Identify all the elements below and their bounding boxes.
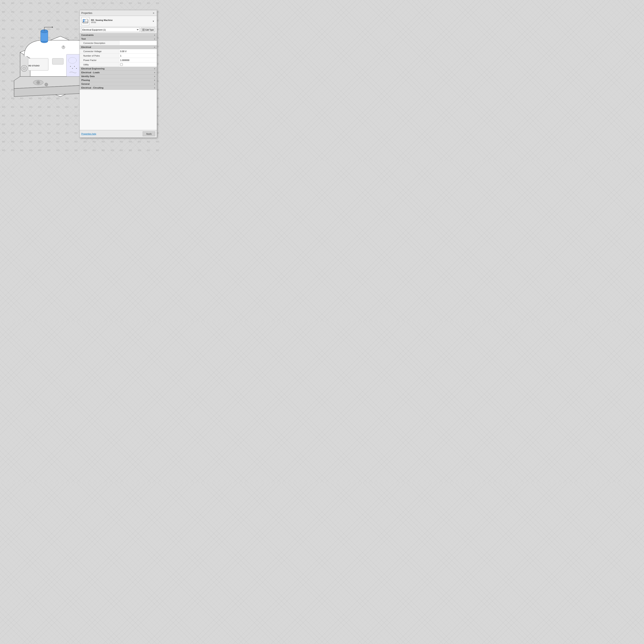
- property-row-utility: Utility: [80, 62, 157, 67]
- property-value-connector-voltage[interactable]: [119, 49, 155, 53]
- collapse-icons-electrical-loads: »: [154, 71, 155, 74]
- component-name: RD_Sewing Machine: [91, 19, 150, 21]
- svg-point-16: [72, 68, 73, 69]
- section-header-electrical-loads[interactable]: Electrical - Loads »: [80, 71, 157, 74]
- svg-point-36: [83, 21, 84, 22]
- property-name-connector-voltage: Connector Voltage: [80, 49, 119, 53]
- properties-table: Constraints » Text « Connector Descripti…: [80, 33, 157, 130]
- svg-rect-40: [142, 30, 143, 31]
- section-label-electrical-circuiting: Electrical - Circuiting: [81, 87, 103, 89]
- close-button[interactable]: ×: [152, 11, 155, 15]
- collapse-icons-general: »: [154, 83, 155, 85]
- property-row-connector-description: Connector Description: [80, 41, 157, 45]
- empty-space: [80, 90, 157, 130]
- section-label-constraints: Constraints: [81, 34, 94, 36]
- svg-rect-37: [83, 19, 85, 21]
- collapse-icons-identity-data: »: [154, 75, 155, 77]
- section-header-phasing[interactable]: Phasing »: [80, 78, 157, 82]
- property-name-number-of-poles: Number of Poles: [80, 54, 119, 58]
- svg-point-25: [38, 82, 39, 83]
- section-label-text: Text: [81, 38, 86, 40]
- section-header-electrical-circuiting[interactable]: Electrical - Circuiting »: [80, 86, 157, 90]
- property-value-utility[interactable]: [119, 62, 155, 67]
- section-header-identity-data[interactable]: Identity Data »: [80, 74, 157, 78]
- component-subname: White: [91, 21, 150, 24]
- section-header-electrical[interactable]: Electrical «: [80, 45, 157, 49]
- connector-voltage-input[interactable]: [120, 50, 154, 53]
- component-icon: [81, 17, 89, 25]
- svg-text:RD STUDIO: RD STUDIO: [28, 65, 40, 67]
- connector-description-input[interactable]: [120, 42, 154, 44]
- power-factor-input[interactable]: [120, 59, 154, 61]
- collapse-icons-electrical-engineering: »: [154, 68, 155, 70]
- section-label-electrical-engineering: Electrical Engineering: [81, 67, 105, 70]
- property-value-number-of-poles[interactable]: [119, 54, 155, 58]
- svg-point-29: [23, 67, 26, 70]
- component-dropdown-button[interactable]: ▼: [152, 19, 155, 23]
- svg-rect-38: [142, 29, 143, 30]
- section-label-identity-data: Identity Data: [81, 75, 95, 77]
- edit-type-icon: [142, 29, 145, 31]
- utility-checkbox[interactable]: [120, 63, 123, 66]
- type-dropdown[interactable]: Electrical Equipment (1): [81, 28, 140, 32]
- panel-title: Properties: [81, 12, 92, 14]
- number-of-poles-input[interactable]: [120, 55, 154, 57]
- section-label-phasing: Phasing: [81, 79, 90, 81]
- property-name-utility: Utility: [80, 62, 119, 67]
- section-label-general: General: [81, 83, 90, 85]
- svg-point-18: [76, 68, 77, 69]
- properties-panel: Properties × RD_Sewing Machine White ▼ E…: [79, 10, 157, 138]
- collapse-icons-electrical-circuiting: »: [154, 87, 155, 89]
- edit-type-label: Edit Type: [145, 29, 154, 31]
- svg-rect-39: [144, 29, 144, 30]
- section-header-constraints[interactable]: Constraints »: [80, 33, 157, 37]
- title-bar: Properties ×: [80, 10, 157, 16]
- section-label-electrical: Electrical: [81, 46, 91, 48]
- property-value-connector-description[interactable]: [119, 41, 155, 45]
- apply-button[interactable]: Apply: [143, 131, 155, 136]
- property-name-connector-description: Connector Description: [80, 41, 119, 45]
- component-header: RD_Sewing Machine White ▼: [80, 16, 157, 27]
- property-row-connector-voltage: Connector Voltage: [80, 49, 157, 54]
- section-header-text[interactable]: Text «: [80, 37, 157, 41]
- svg-point-17: [74, 66, 75, 67]
- collapse-icons-phasing: »: [154, 79, 155, 81]
- collapse-icons-constraints: »: [154, 34, 155, 36]
- collapse-icons-electrical: «: [154, 46, 155, 48]
- property-name-power-factor: Power Factor: [80, 58, 119, 62]
- property-value-power-factor[interactable]: [119, 58, 155, 62]
- svg-rect-12: [28, 58, 48, 70]
- svg-rect-32: [52, 58, 63, 64]
- svg-rect-34: [86, 19, 88, 22]
- type-selector-row: Electrical Equipment (1) Edit Type: [80, 27, 157, 33]
- component-name-area: RD_Sewing Machine White: [91, 19, 150, 24]
- properties-help-link[interactable]: Properties help: [81, 133, 96, 135]
- property-row-number-of-poles: Number of Poles: [80, 54, 157, 58]
- section-header-general[interactable]: General »: [80, 82, 157, 86]
- svg-point-11: [52, 27, 53, 28]
- svg-point-15: [70, 66, 71, 67]
- svg-rect-41: [144, 30, 144, 31]
- property-row-power-factor: Power Factor: [80, 58, 157, 62]
- edit-type-button[interactable]: Edit Type: [141, 28, 155, 32]
- collapse-icons-text: «: [154, 38, 155, 40]
- section-header-electrical-engineering[interactable]: Electrical Engineering »: [80, 67, 157, 71]
- panel-footer: Properties help Apply: [80, 130, 157, 137]
- section-label-electrical-loads: Electrical - Loads: [81, 71, 100, 74]
- component-icon-svg: [82, 18, 89, 24]
- svg-point-26: [45, 83, 48, 86]
